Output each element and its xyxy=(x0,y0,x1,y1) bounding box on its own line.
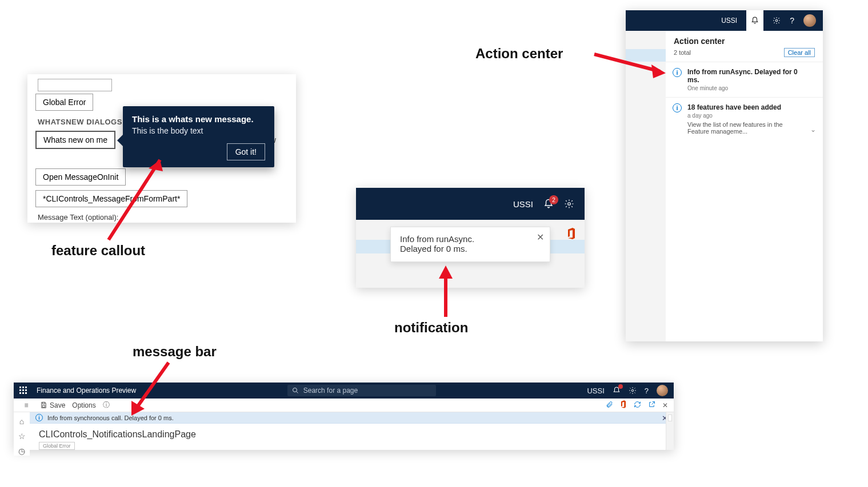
svg-line-20 xyxy=(594,54,660,71)
item-subtitle: a day ago xyxy=(687,112,806,119)
org-label: USSI xyxy=(513,199,533,209)
callout-title: This is a whats new message. xyxy=(132,114,265,124)
svg-rect-2 xyxy=(19,387,21,388)
notification-panel: USSI 2 ✕ Info from runAsync. Delayed for… xyxy=(356,188,585,288)
save-button[interactable]: Save xyxy=(40,401,65,409)
recent-icon[interactable]: ◷ xyxy=(18,446,25,456)
arrow-icon xyxy=(129,360,186,417)
refresh-icon[interactable] xyxy=(634,401,641,410)
scrollbar[interactable] xyxy=(666,412,674,450)
avatar[interactable] xyxy=(657,385,668,396)
action-toolbar: ≡ Save Options ⓘ ✕ xyxy=(14,399,674,412)
topbar: USSI 2 xyxy=(356,188,585,220)
app-title: Finance and Operations Preview xyxy=(37,387,136,395)
svg-rect-4 xyxy=(25,387,27,388)
svg-point-13 xyxy=(631,389,634,392)
info-icon: i xyxy=(35,414,43,421)
svg-rect-15 xyxy=(42,405,45,407)
whats-new-button[interactable]: Whats new on me xyxy=(35,131,115,149)
svg-rect-14 xyxy=(42,403,45,404)
gear-icon[interactable] xyxy=(629,387,637,395)
svg-rect-7 xyxy=(25,389,27,391)
annot-notification: notification xyxy=(394,320,468,336)
info-toolbar-icon[interactable]: ⓘ xyxy=(103,400,110,410)
message-bar: i Info from synchronous call. Delayed fo… xyxy=(30,412,674,424)
search-input[interactable] xyxy=(302,386,428,395)
annot-message-bar: message bar xyxy=(133,344,217,360)
svg-point-1 xyxy=(775,19,778,22)
page-body: CLIControls_NotificationsLandingPage Glo… xyxy=(30,424,674,456)
info-icon: i xyxy=(673,103,682,112)
bell-badge: 2 xyxy=(549,195,558,204)
annot-action-center: Action center xyxy=(475,46,563,62)
message-bar-panel: Finance and Operations Preview USSI ? ≡ … xyxy=(14,383,674,450)
close-icon[interactable]: ✕ xyxy=(662,401,668,409)
arrow-icon xyxy=(97,148,177,245)
close-icon[interactable]: ✕ xyxy=(537,232,544,243)
hamburger-icon[interactable]: ≡ xyxy=(19,401,33,409)
svg-line-22 xyxy=(134,363,169,411)
toast-line1: Info from runAsync. xyxy=(400,234,529,244)
textbox-ghost[interactable] xyxy=(38,79,112,91)
svg-marker-19 xyxy=(439,265,453,279)
arrow-icon xyxy=(591,49,671,83)
home-icon[interactable]: ⌂ xyxy=(19,417,24,426)
svg-rect-8 xyxy=(19,392,21,394)
svg-line-12 xyxy=(296,392,298,393)
svg-rect-10 xyxy=(25,392,27,394)
bell-icon[interactable] xyxy=(746,10,763,31)
svg-rect-6 xyxy=(22,389,24,391)
item-title: 18 features have been added xyxy=(687,103,806,111)
svg-rect-5 xyxy=(19,389,21,391)
action-center-title: Action center xyxy=(666,31,823,48)
topbar: Finance and Operations Preview USSI ? xyxy=(14,383,674,399)
svg-point-11 xyxy=(293,388,297,392)
svg-point-0 xyxy=(568,203,571,206)
item-subtitle: One minute ago xyxy=(687,85,806,91)
item-title: Info from runAsync. Delayed for 0 ms. xyxy=(687,68,806,84)
action-center-item[interactable]: i Info from runAsync. Delayed for 0 ms. … xyxy=(666,62,823,97)
chevron-down-icon[interactable]: ⌄ xyxy=(810,126,816,134)
info-icon: i xyxy=(673,68,682,77)
toast-line2: Delayed for 0 ms. xyxy=(400,244,529,253)
clear-all-button[interactable]: Clear all xyxy=(784,48,815,57)
gear-icon[interactable] xyxy=(564,199,574,209)
gear-icon[interactable] xyxy=(773,17,781,25)
avatar[interactable] xyxy=(803,14,816,27)
notification-toast: ✕ Info from runAsync. Delayed for 0 ms. xyxy=(390,227,550,262)
popout-icon[interactable] xyxy=(648,401,655,410)
office-icon[interactable] xyxy=(620,400,627,410)
global-error-button[interactable]: Global Error xyxy=(35,94,93,111)
org-label: USSI xyxy=(587,387,604,395)
svg-line-16 xyxy=(109,160,160,240)
topbar: USSI ? xyxy=(626,10,823,31)
svg-marker-21 xyxy=(651,65,666,78)
action-center-body: Action center 2 total Clear all i Info f… xyxy=(666,31,823,341)
star-icon[interactable]: ☆ xyxy=(18,432,26,441)
item-description: View the list of new features in the Fea… xyxy=(687,121,806,135)
bell-icon[interactable] xyxy=(613,387,621,395)
arrow-icon xyxy=(434,263,469,320)
org-label: USSI xyxy=(721,17,737,25)
svg-rect-3 xyxy=(22,387,24,388)
callout-body: This is the body text xyxy=(132,126,265,135)
save-label: Save xyxy=(50,401,65,409)
office-icon[interactable] xyxy=(566,228,577,242)
waffle-icon[interactable] xyxy=(19,387,27,395)
ghost-button[interactable]: Global Error xyxy=(39,442,75,450)
search-box[interactable] xyxy=(287,385,436,396)
left-nav-rail: ⌂ ☆ ◷ xyxy=(14,412,30,456)
bell-badge xyxy=(618,384,623,389)
help-icon[interactable]: ? xyxy=(790,16,794,25)
action-center-item[interactable]: i 18 features have been added a day ago … xyxy=(666,97,823,140)
gotit-button[interactable]: Got it! xyxy=(227,143,265,160)
page-title: CLIControls_NotificationsLandingPage xyxy=(39,429,665,440)
options-button[interactable]: Options xyxy=(72,401,95,409)
search-icon xyxy=(292,387,299,394)
total-count: 2 total xyxy=(674,49,691,56)
svg-rect-9 xyxy=(22,392,24,394)
save-icon xyxy=(40,401,47,409)
bell-icon[interactable]: 2 xyxy=(543,199,554,209)
help-icon[interactable]: ? xyxy=(645,387,649,395)
attach-icon[interactable] xyxy=(606,401,613,410)
